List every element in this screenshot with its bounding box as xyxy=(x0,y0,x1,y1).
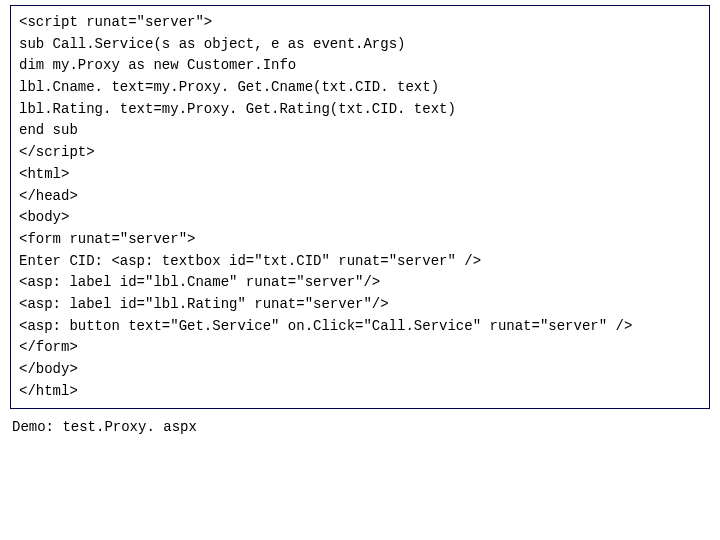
code-line: </body> xyxy=(19,359,701,381)
demo-label: Demo: test.Proxy. aspx xyxy=(12,419,708,435)
code-line: <body> xyxy=(19,207,701,229)
code-line: Enter CID: <asp: textbox id="txt.CID" ru… xyxy=(19,251,701,273)
code-line: </script> xyxy=(19,142,701,164)
code-line: <asp: label id="lbl.Cname" runat="server… xyxy=(19,272,701,294)
code-block: <script runat="server"> sub Call.Service… xyxy=(10,5,710,409)
code-line: <html> xyxy=(19,164,701,186)
code-line: <script runat="server"> xyxy=(19,12,701,34)
code-line: <asp: label id="lbl.Rating" runat="serve… xyxy=(19,294,701,316)
code-line: </form> xyxy=(19,337,701,359)
code-line: <form runat="server"> xyxy=(19,229,701,251)
code-line: </html> xyxy=(19,381,701,403)
code-line: lbl.Rating. text=my.Proxy. Get.Rating(tx… xyxy=(19,99,701,121)
code-line: dim my.Proxy as new Customer.Info xyxy=(19,55,701,77)
code-line: <asp: button text="Get.Service" on.Click… xyxy=(19,316,701,338)
code-line: </head> xyxy=(19,186,701,208)
code-line: end sub xyxy=(19,120,701,142)
code-line: lbl.Cname. text=my.Proxy. Get.Cname(txt.… xyxy=(19,77,701,99)
code-line: sub Call.Service(s as object, e as event… xyxy=(19,34,701,56)
